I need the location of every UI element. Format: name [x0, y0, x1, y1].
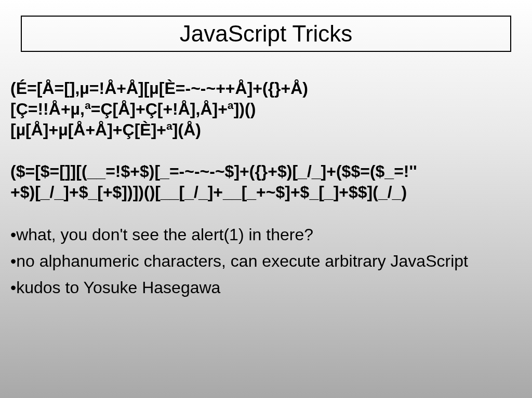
code-line: +$)[_/_]+$_[+$])])()[__[_/_]+__[_+~$]+$_…	[10, 183, 407, 201]
bullet-item: •kudos to Yosuke Hasegawa	[10, 276, 522, 299]
bullet-list: •what, you don't see the alert(1) in the…	[10, 223, 522, 299]
slide-title-box: JavaScript Tricks	[21, 16, 512, 52]
code-block-2: ($=[$=[]][(__=!$+$)[_=-~-~-~$]+({}+$)[_/…	[10, 161, 522, 202]
code-line: [Ç=!!Å+µ,ª=Ç[Å]+Ç[+!Å],Å]+ª])()	[10, 100, 256, 118]
bullet-item: •what, you don't see the alert(1) in the…	[10, 223, 522, 246]
slide-title: JavaScript Tricks	[32, 21, 500, 47]
code-line: ($=[$=[]][(__=!$+$)[_=-~-~-~$]+({}+$)[_/…	[10, 162, 417, 181]
code-line: (É=[Å=[],µ=!Å+Å][µ[È=-~-~++Å]+({}+Å)	[10, 79, 308, 98]
bullet-item: •no alphanumeric characters, can execute…	[10, 250, 522, 273]
code-line: [µ[Å]+µ[Å+Å]+Ç[È]+ª](Å)	[10, 120, 201, 139]
code-block-1: (É=[Å=[],µ=!Å+Å][µ[È=-~-~++Å]+({}+Å) [Ç=…	[10, 78, 522, 140]
